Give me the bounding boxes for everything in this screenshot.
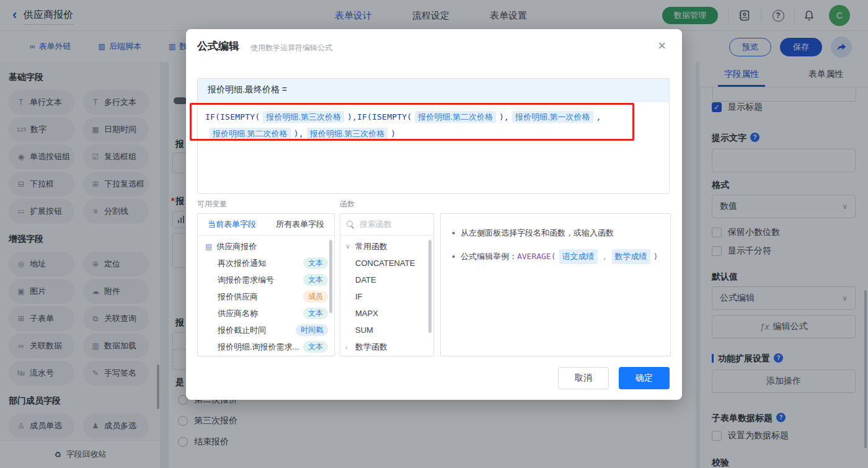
function-item-CONCATENATE[interactable]: CONCATENATE <box>340 255 433 272</box>
function-token: IF(ISEMPTY( <box>205 112 260 121</box>
formula-target: 报价明细.最终价格 = <box>198 79 669 102</box>
variables-list: ▤供应商报价再次报价通知文本询报价需求编号文本报价供应商成员供应商名称文本报价截… <box>198 236 334 355</box>
type-badge: 时间戳 <box>296 324 328 336</box>
formula-expression[interactable]: IF(ISEMPTY(报价明细.第三次价格),IF(ISEMPTY(报价明细.第… <box>198 102 669 149</box>
variables-label: 可用变量 <box>197 199 227 210</box>
example-field-token: 语文成绩 <box>559 249 598 264</box>
field-token[interactable]: 报价明细.第一次价格 <box>512 111 593 123</box>
variables-panel: 当前表单字段所有表单字段 ▤供应商报价再次报价通知文本询报价需求编号文本报价供应… <box>197 213 335 356</box>
modal-title: 公式编辑 <box>197 39 239 53</box>
bullet-icon: • <box>452 250 455 263</box>
formula-line-1: IF(ISEMPTY(报价明细.第三次价格),IF(ISEMPTY(报价明细.第… <box>205 108 662 125</box>
functions-panel: 搜索函数 ∨常用函数CONCATENATEDATEIFMAPXSUM›数学函数›… <box>340 213 434 356</box>
variable-label: 再次报价通知 <box>218 258 299 269</box>
search-icon <box>347 221 355 229</box>
bullet-icon: • <box>452 226 455 240</box>
example-function-close: ) <box>653 250 658 263</box>
function-token: ) <box>391 129 396 138</box>
variable-label: 供应商名称 <box>218 308 299 319</box>
tip-line-2: • 公式编辑举例：AVERAGE(语文成绩，数学成绩) <box>452 249 659 264</box>
type-badge: 文本 <box>303 257 328 269</box>
modal-subtitle: 使用数学运算符编辑公式 <box>250 43 332 53</box>
type-badge: 文本 <box>303 341 328 353</box>
variable-label: 供应商报价 <box>216 241 328 252</box>
function-search-input[interactable]: 搜索函数 <box>340 214 433 236</box>
variable-row-再次报价通知[interactable]: 再次报价通知文本 <box>198 255 334 272</box>
variables-tab-当前表单字段[interactable]: 当前表单字段 <box>198 214 266 235</box>
tips-panel: • 从左侧面板选择字段名和函数，或输入函数 • 公式编辑举例：AVERAGE(语… <box>440 213 671 356</box>
cancel-button[interactable]: 取消 <box>558 367 609 389</box>
type-badge: 成员 <box>303 291 328 302</box>
function-group-文本函数[interactable]: ›文本函数 <box>340 355 433 356</box>
variables-scrollbar[interactable] <box>329 240 332 313</box>
variable-label: 报价截止时间 <box>218 325 292 336</box>
variables-tab-所有表单字段[interactable]: 所有表单字段 <box>266 214 334 235</box>
function-token: , <box>596 112 601 121</box>
function-token: ), <box>294 129 304 138</box>
function-token: ),IF(ISEMPTY( <box>347 112 412 121</box>
formula-line-2: 报价明细.第二次价格),报价明细.第三次价格) <box>205 125 662 142</box>
variable-row-供应商报价[interactable]: ▤供应商报价 <box>198 238 334 255</box>
example-function-open: AVERAGE( <box>517 250 556 263</box>
type-badge: 文本 <box>303 307 328 319</box>
function-item-DATE[interactable]: DATE <box>340 272 433 288</box>
close-icon[interactable]: × <box>658 38 666 54</box>
example-field-token: 数学成绩 <box>612 249 650 264</box>
chevron-down-icon: ∨ <box>345 242 352 250</box>
function-group-数学函数[interactable]: ›数学函数 <box>340 338 433 355</box>
chevron-right-icon: › <box>345 343 352 351</box>
variable-label: 询报价需求编号 <box>218 275 299 286</box>
formula-editor-box[interactable]: 报价明细.最终价格 = IF(ISEMPTY(报价明细.第三次价格),IF(IS… <box>197 78 670 194</box>
variables-tabs: 当前表单字段所有表单字段 <box>198 214 334 236</box>
field-token[interactable]: 报价明细.第二次价格 <box>415 111 496 123</box>
type-badge: 文本 <box>303 274 328 286</box>
function-item-SUM[interactable]: SUM <box>340 322 433 338</box>
variable-row-报价截止时间[interactable]: 报价截止时间时间戳 <box>198 322 334 338</box>
field-token[interactable]: 报价明细.第二次价格 <box>210 128 291 139</box>
function-item-IF[interactable]: IF <box>340 288 433 305</box>
function-item-MAPX[interactable]: MAPX <box>340 305 433 322</box>
function-group-label: 数学函数 <box>355 342 388 353</box>
variable-row-询报价需求编号[interactable]: 询报价需求编号文本 <box>198 272 334 288</box>
variable-label: 报价供应商 <box>218 291 299 302</box>
variable-row-供应商名称[interactable]: 供应商名称文本 <box>198 305 334 322</box>
example-separator: ， <box>601 250 609 263</box>
tip-line-1: • 从左侧面板选择字段名和函数，或输入函数 <box>452 226 659 240</box>
function-group-label: 常用函数 <box>355 241 388 252</box>
variable-label: 报价明细.询报价需求... <box>218 342 299 353</box>
field-token[interactable]: 报价明细.第三次价格 <box>263 111 344 123</box>
functions-scrollbar[interactable] <box>428 240 432 333</box>
functions-label: 函数 <box>340 199 355 210</box>
ok-button[interactable]: 确定 <box>619 367 670 389</box>
function-token: ), <box>499 112 509 121</box>
functions-list: ∨常用函数CONCATENATEDATEIFMAPXSUM›数学函数›文本函数 <box>340 236 433 356</box>
variable-row-报价明细.询报价需求...[interactable]: 报价明细.询报价需求...文本 <box>198 338 334 355</box>
formula-editor-modal: 公式编辑 使用数学运算符编辑公式 × 报价明细.最终价格 = IF(ISEMPT… <box>186 29 682 400</box>
tip-example-prefix: 公式编辑举例： <box>461 250 517 263</box>
function-group-常用函数[interactable]: ∨常用函数 <box>340 238 433 255</box>
field-token[interactable]: 报价明细.第三次价格 <box>307 128 388 139</box>
variable-row-报价供应商[interactable]: 报价供应商成员 <box>198 288 334 305</box>
form-doc-icon: ▤ <box>205 242 212 251</box>
